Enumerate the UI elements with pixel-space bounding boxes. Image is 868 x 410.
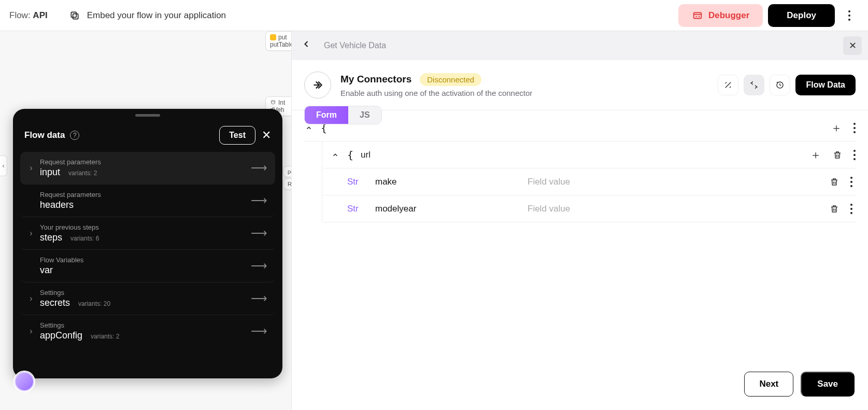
deploy-label: Deploy (787, 10, 816, 21)
topbar-right: Debugger Deploy (678, 4, 859, 27)
flow-data-header: Flow data ? Test ✕ (13, 122, 282, 152)
flow-label: Flow: (9, 10, 31, 20)
chevron-up-icon (332, 151, 339, 159)
svg-point-3 (272, 101, 275, 102)
tree-leaf-modelyear: Str modelyear (323, 195, 856, 222)
arrow-right-icon: ⟶ (251, 161, 267, 175)
close-icon: ✕ (849, 40, 857, 51)
fd-name: appConfig (40, 330, 82, 341)
tree-collapse-root[interactable] (304, 124, 314, 132)
type-tag[interactable]: Str (347, 204, 363, 214)
leaf-menu[interactable] (850, 204, 852, 214)
flow-data-item-steps[interactable]: › Your previous steps steps variants: 6 … (20, 217, 275, 250)
flow-data-list: › Request parameters input variants: 2 ⟶… (13, 152, 282, 370)
arrow-right-icon: ⟶ (251, 227, 267, 240)
test-label: Test (229, 131, 246, 139)
flow-data-btn-label: Flow Data (806, 80, 845, 89)
back-button[interactable] (301, 39, 311, 52)
assistant-badge[interactable] (15, 372, 34, 391)
flow-data-item-secrets[interactable]: › Settings secrets variants: 20 ⟶ (20, 282, 275, 315)
tree-collapse-url[interactable] (331, 151, 340, 159)
help-icon[interactable]: ? (70, 131, 79, 140)
sparkle-icon (723, 80, 733, 90)
tab-js[interactable]: JS (348, 106, 381, 124)
leaf-value-input[interactable] (528, 204, 817, 214)
fd-name: var (40, 265, 53, 276)
connector-name: My Connectors (340, 74, 411, 85)
fd-name: steps (40, 232, 62, 243)
fd-sub: Request parameters (40, 191, 101, 199)
arrow-right-icon: ⟶ (251, 292, 267, 305)
topbar-menu-button[interactable] (840, 6, 859, 25)
connector-icon (311, 78, 324, 92)
trash-icon[interactable] (830, 177, 839, 187)
node1b-text: putTable (270, 41, 292, 48)
db-icon (270, 34, 276, 40)
debugger-button[interactable]: Debugger (678, 4, 763, 27)
close-icon[interactable]: ✕ (262, 129, 271, 142)
arrow-right-icon: ⟶ (251, 194, 267, 207)
tree-leaf-make: Str make (323, 168, 856, 195)
tab-form[interactable]: Form (305, 106, 348, 124)
fd-variants: variants: 2 (91, 333, 119, 340)
trash-icon[interactable] (833, 150, 842, 160)
fd-variants: variants: 6 (70, 235, 99, 242)
topbar: Flow: API Embed your flow in your applic… (0, 0, 868, 31)
flow-data-item-headers[interactable]: Request parameters headers ⟶ (20, 185, 275, 217)
add-url-field-button[interactable]: ＋ (810, 147, 821, 163)
tree-url-menu[interactable] (853, 150, 856, 160)
tab-js-label: JS (360, 110, 370, 119)
breadcrumb: Get Vehicle Data (324, 41, 386, 50)
fd-name: secrets (40, 298, 70, 308)
db-icon (270, 100, 276, 106)
fd-sub: Settings (40, 321, 119, 329)
collapse-icon (749, 80, 759, 90)
leaf-key[interactable]: make (375, 177, 515, 187)
type-tag[interactable]: Str (347, 177, 363, 187)
debugger-label: Debugger (708, 10, 749, 21)
url-label: url (361, 150, 371, 160)
add-root-button[interactable]: ＋ (831, 120, 842, 136)
flow-data-item-input[interactable]: › Request parameters input variants: 2 ⟶ (20, 152, 275, 185)
node2a-text: Int (278, 99, 285, 106)
next-button[interactable]: Next (744, 372, 793, 397)
embed-text: Embed your flow in your application (87, 10, 226, 21)
clock-icon (775, 80, 785, 90)
trash-icon[interactable] (830, 204, 839, 214)
tree-row-url: { url ＋ (323, 142, 856, 168)
topbar-left: Flow: API Embed your flow in your applic… (9, 10, 226, 21)
next-label: Next (759, 379, 778, 389)
leaf-value-input[interactable] (528, 177, 817, 187)
deploy-button[interactable]: Deploy (768, 4, 835, 27)
flow-data-item-var[interactable]: Flow Variables var ⟶ (20, 250, 275, 282)
bottom-actions: Next Save (292, 361, 868, 410)
save-button[interactable]: Save (801, 372, 855, 397)
chevron-right-icon: › (30, 163, 32, 173)
left-drawer-toggle[interactable]: ‹ (0, 155, 7, 176)
tree-root-menu[interactable] (853, 123, 856, 133)
main-panel: Get Vehicle Data ✕ My Connectors Disconn… (291, 31, 868, 410)
embed-copy-icon (69, 10, 80, 21)
main-panel-header: Get Vehicle Data ✕ (292, 31, 868, 60)
leaf-key[interactable]: modelyear (375, 204, 515, 214)
fd-sub: Flow Variables (40, 256, 83, 264)
svg-rect-0 (73, 13, 78, 19)
flow-data-item-appconfig[interactable]: › Settings appConfig variants: 2 ⟶ (20, 315, 275, 347)
fd-sub: Request parameters (40, 158, 101, 166)
save-label: Save (817, 379, 838, 389)
tab-form-label: Form (316, 110, 337, 119)
arrow-right-icon: ⟶ (251, 324, 267, 338)
chevron-up-icon (305, 124, 312, 132)
dots-vertical-icon (848, 10, 850, 21)
chevron-left-icon (301, 39, 311, 49)
close-panel-button[interactable]: ✕ (843, 36, 862, 55)
leaf-menu[interactable] (850, 177, 852, 187)
brace-icon: { (347, 149, 353, 161)
chevron-right-icon: › (30, 229, 32, 238)
flow-title: Flow: API (9, 10, 48, 21)
drag-handle[interactable] (135, 114, 160, 117)
fd-variants: variants: 2 (68, 169, 97, 177)
svg-rect-2 (694, 12, 702, 18)
embed-link[interactable]: Embed your flow in your application (69, 10, 226, 21)
test-button[interactable]: Test (219, 126, 255, 145)
